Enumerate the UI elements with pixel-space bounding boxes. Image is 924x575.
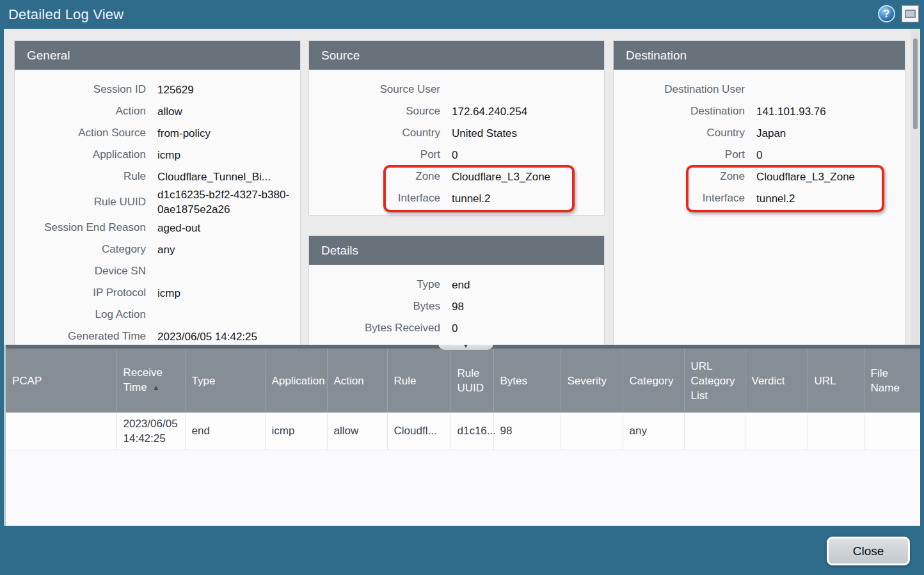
table-cell: Cloudfl... [387,413,450,450]
log-table-header-row: PCAP Receive Time▲ Type Application Acti… [6,349,920,413]
dialog-titlebar: Detailed Log View ? [0,0,924,29]
field-row: Interface tunnel.2 [309,187,604,209]
log-table-row[interactable]: 2023/06/05 14:42:25 end icmp allow Cloud… [6,413,920,450]
column-header[interactable]: URL [808,349,864,413]
field-value: 141.101.93.76 [756,104,905,119]
field-label: Log Action [15,308,146,321]
field-row: Type end [309,274,604,295]
field-row: Port 0 [309,144,604,166]
field-row: Application icmp [15,144,300,166]
field-value: 172.64.240.254 [452,104,604,119]
column-header[interactable]: Bytes [493,349,561,413]
general-fields: Session ID 125629 Action allow Action So… [15,70,300,345]
field-label: Zone [614,170,745,183]
field-row: Destination 141.101.93.76 [614,100,905,122]
field-label: Rule UUID [15,196,146,209]
column-header[interactable]: Rule [387,349,450,413]
splitter-bar[interactable]: ▼ [6,345,920,349]
field-label: Bytes [309,300,440,313]
field-row: Port 0 [614,144,905,166]
destination-fields: Destination User Destination 141.101.93.… [614,70,905,209]
column-header[interactable]: File Name [864,349,920,413]
column-header[interactable]: Application [265,349,327,413]
help-icon[interactable]: ? [878,5,895,22]
details-panel: Details Type end Bytes 98 Bytes Received… [308,235,605,345]
splitter-handle[interactable]: ▼ [438,345,493,350]
details-panel-header: Details [309,236,604,265]
table-cell [684,413,745,450]
field-label: Device SN [15,265,146,278]
column-header[interactable]: PCAP [6,349,116,413]
field-label: Category [15,243,146,256]
window-glyph [905,10,916,18]
field-label: Interface [309,192,440,205]
field-value: from-policy [157,126,300,141]
close-button[interactable]: Close [827,537,910,565]
field-label: Country [614,127,745,139]
field-row: Bytes Received 0 [309,317,604,339]
column-header[interactable]: Severity [561,349,623,413]
table-cell [6,413,116,450]
table-cell [745,413,808,450]
field-value: Cloudflare_Tunnel_Bi... [157,169,300,184]
table-cell [808,413,864,450]
scrollbar-thumb[interactable] [913,38,918,129]
field-value: 125629 [157,83,300,97]
chevron-down-icon: ▼ [463,345,469,350]
field-row: Source 172.64.240.254 [309,100,604,122]
field-row: Country United States [309,122,604,144]
log-table: PCAP Receive Time▲ Type Application Acti… [6,349,920,450]
field-row: Device SN [15,260,300,282]
field-value: aged-out [157,221,300,235]
field-value: Japan [756,126,905,141]
destination-panel-header: Destination [614,41,905,70]
field-row: Session End Reason aged-out [15,217,300,239]
field-label: Interface [614,192,745,205]
table-cell: any [623,413,684,450]
column-header[interactable]: Rule UUID [450,349,493,413]
column-header[interactable]: Category [623,349,684,413]
field-row: Action allow [15,100,300,122]
field-label: Generated Time [15,330,146,343]
field-label: Rule [15,170,146,183]
table-cell: 98 [493,413,561,450]
table-cell: d1c16... [450,413,493,450]
field-label: Port [614,148,745,161]
sort-ascending-icon: ▲ [152,383,160,392]
field-label: Destination User [614,83,745,96]
column-header[interactable]: URL Category List [684,349,745,413]
field-row: Rule UUID d1c16235-b2f2-4327-b380-0ae187… [15,187,300,217]
table-cell: 2023/06/05 14:42:25 [116,413,185,450]
field-value: d1c16235-b2f2-4327-b380-0ae1875e2a26 [157,187,300,217]
log-detail-area: General Session ID 125629 Action allow A… [4,29,920,345]
column-header[interactable]: Action [327,349,387,413]
field-value: Cloudflare_L3_Zone [756,169,905,184]
field-value: 0 [452,148,604,162]
field-value: end [452,278,604,292]
details-fields: Type end Bytes 98 Bytes Received 0 [309,265,604,339]
field-value: icmp [157,148,300,162]
column-header[interactable]: Receive Time▲ [116,349,185,413]
window-restore-icon[interactable] [902,5,919,22]
field-row: Session ID 125629 [15,79,300,100]
field-label: Action Source [15,127,146,139]
field-label: Action [15,105,146,118]
field-label: Port [309,148,440,161]
field-value: any [157,242,300,257]
column-header[interactable]: Type [185,349,265,413]
field-row: Generated Time 2023/06/05 14:42:25 [15,326,300,345]
field-row: Country Japan [614,122,905,144]
field-value: icmp [157,286,300,301]
destination-panel: Destination Destination User Destination… [613,40,905,345]
field-value: United States [452,126,604,141]
field-value: tunnel.2 [452,191,604,206]
field-row: Action Source from-policy [15,122,300,144]
vertical-scrollbar[interactable] [911,29,920,345]
field-value: allow [157,104,300,119]
field-value: Cloudflare_L3_Zone [452,169,604,184]
field-row: IP Protocol icmp [15,282,300,304]
column-header[interactable]: Verdict [745,349,808,413]
field-row: Bytes 98 [309,295,604,317]
field-row: Interface tunnel.2 [614,187,905,209]
field-row: Zone Cloudflare_L3_Zone [614,166,905,187]
